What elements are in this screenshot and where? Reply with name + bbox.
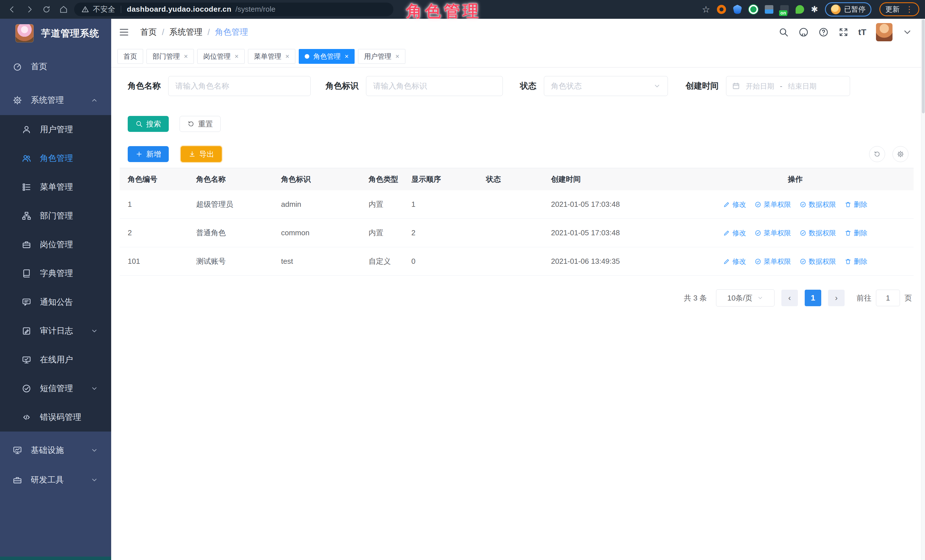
tab-close-icon[interactable]: × bbox=[184, 53, 188, 60]
page-size-select[interactable]: 10条/页 bbox=[716, 290, 774, 306]
monitor-icon bbox=[12, 446, 22, 455]
status-select[interactable]: 角色状态 bbox=[544, 76, 668, 96]
tab-posts[interactable]: 岗位管理 × bbox=[197, 49, 244, 64]
sidebar-item-home[interactable]: 首页 bbox=[0, 52, 111, 81]
add-button[interactable]: 新增 bbox=[128, 146, 169, 162]
next-page-button[interactable]: › bbox=[828, 290, 845, 306]
help-icon[interactable] bbox=[818, 27, 829, 37]
sidebar-collapse-button[interactable] bbox=[118, 26, 131, 39]
extension-icon-switch[interactable]: on bbox=[780, 5, 789, 14]
sidebar-item-users[interactable]: 用户管理 bbox=[0, 115, 111, 144]
create-time-range-picker[interactable]: 开始日期 - 结束日期 bbox=[726, 76, 850, 96]
tab-close-icon[interactable]: × bbox=[235, 53, 239, 60]
menu-permission-label: 菜单权限 bbox=[764, 257, 791, 266]
browser-back-button[interactable] bbox=[6, 3, 19, 16]
tab-roles[interactable]: 角色管理 × bbox=[299, 49, 355, 64]
browser-home-button[interactable] bbox=[57, 3, 70, 16]
fullscreen-icon[interactable] bbox=[838, 27, 849, 37]
export-button[interactable]: 导出 bbox=[181, 146, 222, 162]
refresh-table-button[interactable] bbox=[869, 146, 885, 162]
github-icon[interactable] bbox=[798, 27, 809, 37]
tab-close-icon[interactable]: × bbox=[285, 53, 289, 60]
page-number-1[interactable]: 1 bbox=[805, 290, 821, 306]
tab-close-icon[interactable]: × bbox=[395, 53, 399, 60]
tab-departments[interactable]: 部门管理 × bbox=[146, 49, 194, 64]
sidebar-logo[interactable]: 芋道管理系统 bbox=[0, 19, 111, 48]
edit-action[interactable]: 修改 bbox=[723, 257, 746, 266]
tab-menus[interactable]: 菜单管理 × bbox=[248, 49, 295, 64]
sidebar-item-label: 系统管理 bbox=[31, 95, 64, 106]
header-search-icon[interactable] bbox=[779, 27, 789, 37]
browser-update-button[interactable]: 更新 ⋮ bbox=[880, 2, 919, 16]
tab-home[interactable]: 首页 bbox=[118, 49, 143, 64]
cell-create-time: 2021-01-06 13:49:35 bbox=[543, 257, 677, 266]
col-actions: 操作 bbox=[677, 174, 914, 184]
browser-forward-button[interactable] bbox=[23, 3, 36, 16]
sidebar-item-sms[interactable]: 短信管理 bbox=[0, 374, 111, 403]
extension-icon-bird[interactable] bbox=[795, 5, 804, 14]
role-key-input[interactable] bbox=[366, 76, 503, 96]
extension-icon-shield[interactable] bbox=[733, 5, 742, 14]
reset-button[interactable]: 重置 bbox=[179, 116, 221, 132]
column-settings-button[interactable] bbox=[892, 146, 908, 162]
extension-icon-grid[interactable] bbox=[765, 5, 773, 14]
data-permission-action[interactable]: 数据权限 bbox=[800, 228, 836, 237]
sidebar-item-dict[interactable]: 字典管理 bbox=[0, 259, 111, 288]
sidebar-item-dev-tools[interactable]: 研发工具 bbox=[0, 465, 111, 495]
edit-action[interactable]: 修改 bbox=[723, 228, 746, 237]
breadcrumb-system[interactable]: 系统管理 bbox=[169, 27, 202, 38]
reset-icon bbox=[187, 120, 195, 128]
sidebar-item-error-codes[interactable]: 错误码管理 bbox=[0, 403, 111, 432]
col-status: 状态 bbox=[478, 174, 543, 184]
menu-permission-action[interactable]: 菜单权限 bbox=[755, 200, 791, 209]
menu-permission-action[interactable]: 菜单权限 bbox=[755, 228, 791, 237]
browser-menu-dots-icon: ⋮ bbox=[905, 5, 913, 14]
role-name-input[interactable] bbox=[168, 76, 311, 96]
breadcrumb-home[interactable]: 首页 bbox=[140, 27, 157, 38]
sidebar-item-infrastructure[interactable]: 基础设施 bbox=[0, 435, 111, 465]
page-scrollbar[interactable] bbox=[921, 19, 925, 560]
delete-action[interactable]: 删除 bbox=[845, 228, 868, 237]
user-avatar[interactable] bbox=[876, 23, 892, 41]
sidebar-item-online-users[interactable]: 在线用户 bbox=[0, 345, 111, 374]
sidebar-item-label: 研发工具 bbox=[31, 474, 64, 486]
sidebar-item-departments[interactable]: 部门管理 bbox=[0, 201, 111, 230]
sidebar-item-system[interactable]: 系统管理 bbox=[0, 86, 111, 115]
font-size-icon[interactable]: tT bbox=[858, 27, 866, 37]
avatar-caret-down-icon[interactable] bbox=[902, 27, 913, 37]
edit-action[interactable]: 修改 bbox=[723, 200, 746, 209]
annotation-title: 角色管理 bbox=[406, 1, 481, 22]
scrollbar-thumb[interactable] bbox=[922, 20, 925, 113]
sidebar-item-menus[interactable]: 菜单管理 bbox=[0, 173, 111, 201]
bookmark-star-icon[interactable]: ☆ bbox=[702, 4, 710, 15]
cell-role-id: 101 bbox=[120, 257, 188, 266]
sidebar-item-roles[interactable]: 角色管理 bbox=[0, 144, 111, 173]
extensions-puzzle-icon[interactable]: ✱ bbox=[811, 4, 818, 14]
user-icon bbox=[22, 125, 32, 134]
download-icon bbox=[188, 150, 196, 158]
prev-page-button[interactable]: ‹ bbox=[781, 290, 798, 306]
tab-users[interactable]: 用户管理 × bbox=[358, 49, 405, 64]
data-permission-action[interactable]: 数据权限 bbox=[800, 257, 836, 266]
goto-page-input[interactable] bbox=[876, 290, 900, 306]
search-button[interactable]: 搜索 bbox=[128, 116, 169, 132]
sidebar-item-audit-log[interactable]: 审计日志 bbox=[0, 317, 111, 345]
role-key-label: 角色标识 bbox=[325, 80, 359, 92]
delete-action[interactable]: 删除 bbox=[845, 200, 868, 209]
tab-close-icon[interactable]: × bbox=[345, 53, 349, 60]
sidebar-item-label: 角色管理 bbox=[40, 153, 73, 164]
extension-icon-orange[interactable] bbox=[717, 5, 726, 14]
logo-image bbox=[15, 24, 34, 42]
menu-permission-action[interactable]: 菜单权限 bbox=[755, 257, 791, 266]
extension-icon-green[interactable] bbox=[749, 5, 758, 14]
goto-label: 前往 bbox=[857, 293, 871, 303]
org-tree-icon bbox=[22, 211, 32, 221]
delete-action[interactable]: 删除 bbox=[845, 257, 868, 266]
sidebar-item-notice[interactable]: 通知公告 bbox=[0, 288, 111, 317]
profile-paused-chip[interactable]: 已暂停 bbox=[825, 2, 871, 17]
data-permission-action[interactable]: 数据权限 bbox=[800, 200, 836, 209]
delete-action-label: 删除 bbox=[854, 228, 868, 237]
browser-reload-button[interactable] bbox=[40, 3, 53, 16]
sidebar-item-posts[interactable]: 岗位管理 bbox=[0, 230, 111, 259]
address-bar[interactable]: 不安全 dashboard.yudao.iocoder.cn/system/ro… bbox=[74, 3, 393, 16]
